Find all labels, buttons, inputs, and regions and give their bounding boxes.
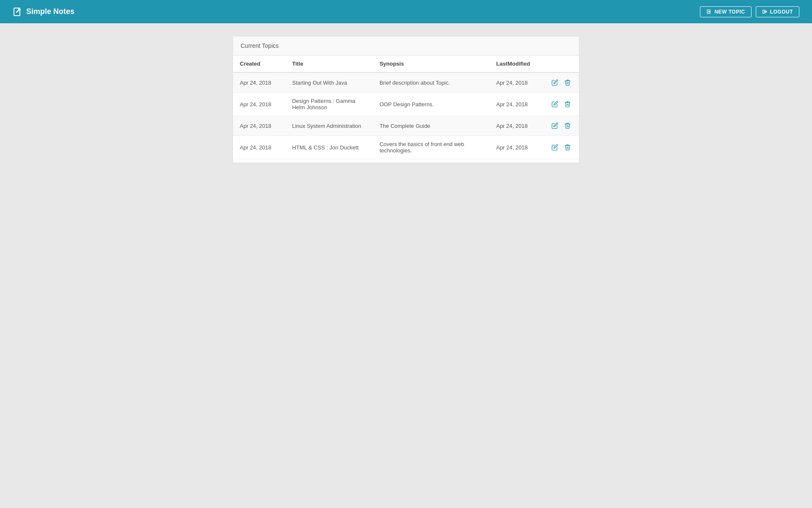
cell-lastmod-2: Apr 24, 2018 [489, 116, 543, 136]
cell-title-0: Starting Out With Java [285, 72, 373, 93]
cell-title-1: Design Patterns : Gamma Helm Johnson [285, 93, 373, 116]
topics-table: Created Title Synopsis LastModified Apr [233, 55, 579, 159]
brand-icon [13, 7, 23, 17]
cell-actions-2 [543, 116, 579, 136]
new-topic-button[interactable]: NEW TOPIC [700, 6, 751, 17]
table-header-row: Created Title Synopsis LastModified [233, 55, 579, 72]
edit-button-2[interactable] [550, 121, 560, 130]
panel-title: Current Topics [241, 42, 279, 49]
topics-panel: Current Topics Created Title Synopsis La… [233, 36, 579, 163]
edit-button-1[interactable] [550, 99, 560, 109]
edit-button-0[interactable] [550, 78, 560, 87]
cell-actions-3 [543, 136, 579, 159]
delete-button-2[interactable] [563, 121, 572, 130]
col-header-lastmodified: LastModified [489, 55, 543, 72]
delete-button-0[interactable] [563, 78, 572, 87]
edit-button-3[interactable] [550, 143, 560, 152]
table-row: Apr 24, 2018 HTML & CSS : Jon Duckett Co… [233, 136, 579, 159]
new-topic-icon [706, 9, 712, 14]
panel-header: Current Topics [233, 36, 579, 55]
cell-synopsis-1: OOP Design Patterns. [373, 93, 489, 116]
col-header-title: Title [285, 55, 373, 72]
table-head: Created Title Synopsis LastModified [233, 55, 579, 72]
cell-actions-0 [543, 72, 579, 93]
cell-synopsis-0: Brief description about Topic. [373, 72, 489, 93]
table-row: Apr 24, 2018 Design Patterns : Gamma Hel… [233, 93, 579, 116]
table-body: Apr 24, 2018 Starting Out With Java Brie… [233, 72, 579, 159]
cell-created-2: Apr 24, 2018 [233, 116, 285, 136]
delete-button-3[interactable] [563, 143, 572, 152]
main-content: Current Topics Created Title Synopsis La… [0, 23, 812, 176]
cell-created-0: Apr 24, 2018 [233, 72, 285, 93]
table-row: Apr 24, 2018 Starting Out With Java Brie… [233, 72, 579, 93]
cell-title-3: HTML & CSS : Jon Duckett [285, 136, 373, 159]
cell-lastmod-1: Apr 24, 2018 [489, 93, 543, 116]
delete-button-1[interactable] [563, 99, 572, 109]
cell-actions-1 [543, 93, 579, 116]
cell-lastmod-3: Apr 24, 2018 [489, 136, 543, 159]
cell-title-2: Linux System Administration [285, 116, 373, 136]
brand-name: Simple Notes [26, 7, 74, 16]
navbar: Simple Notes NEW TOPIC LOGOUT [0, 0, 812, 23]
cell-synopsis-2: The Complete Guide [373, 116, 489, 136]
cell-created-1: Apr 24, 2018 [233, 93, 285, 116]
brand: Simple Notes [13, 7, 74, 17]
cell-lastmod-0: Apr 24, 2018 [489, 72, 543, 93]
navbar-actions: NEW TOPIC LOGOUT [700, 6, 799, 17]
cell-created-3: Apr 24, 2018 [233, 136, 285, 159]
logout-label: LOGOUT [770, 9, 793, 15]
col-header-actions [543, 55, 579, 72]
logout-button[interactable]: LOGOUT [756, 6, 799, 17]
new-topic-label: NEW TOPIC [714, 9, 745, 15]
col-header-synopsis: Synopsis [373, 55, 489, 72]
cell-synopsis-3: Covers the basics of front end web techn… [373, 136, 489, 159]
logout-icon [762, 9, 768, 14]
table-row: Apr 24, 2018 Linux System Administration… [233, 116, 579, 136]
col-header-created: Created [233, 55, 285, 72]
